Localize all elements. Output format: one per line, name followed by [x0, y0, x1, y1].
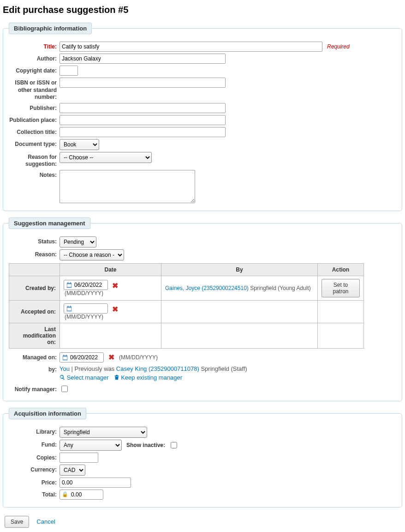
acquisition-fieldset: Acquisition information Library: Springf… [3, 408, 402, 508]
page-title: Edit purchase suggestion #5 [3, 5, 402, 15]
created-by-library: Springfield (Young Adult) [249, 285, 311, 291]
isbn-input[interactable] [60, 78, 226, 88]
title-required-text: Required [327, 43, 350, 50]
date-format-hint: (MM/DD/YYYY) [65, 290, 103, 296]
table-row-lastmod: Last modification on: [9, 323, 364, 348]
trash-icon [114, 374, 119, 379]
calendar-icon [66, 305, 72, 312]
lock-icon: 🔒 [62, 491, 68, 497]
library-select[interactable]: Springfield [60, 427, 147, 438]
total-readonly-wrap: 🔒 [60, 490, 103, 500]
notes-textarea[interactable] [60, 170, 195, 203]
calendar-icon [62, 354, 68, 361]
fund-label: Fund: [9, 440, 60, 449]
clear-date-icon[interactable]: ✖ [112, 305, 118, 313]
copyright-date-label: Copyright date: [9, 66, 60, 75]
date-format-hint: (MM/DD/YYYY) [65, 314, 103, 320]
table-col-action: Action [318, 263, 364, 276]
previous-manager-link[interactable]: Casey King (23529000711078) [116, 365, 199, 372]
author-input[interactable] [60, 54, 226, 64]
total-label: Total: [9, 490, 60, 499]
bibliographic-fieldset: Bibliographic information Title: Require… [3, 23, 402, 211]
currency-select[interactable]: CAD [60, 465, 85, 476]
created-date-input[interactable] [72, 282, 106, 288]
managed-on-label: Managed on: [9, 352, 60, 362]
reason-select[interactable]: -- Choose a reason -- [60, 249, 124, 260]
reason-label: Reason: [9, 249, 60, 259]
currency-label: Currency: [9, 465, 60, 474]
copyright-date-input[interactable] [60, 66, 78, 76]
managed-by-you-link[interactable]: You [60, 365, 70, 372]
created-by-patron-link[interactable]: Gaines, Joyce (23529000224510) [165, 285, 249, 291]
clear-date-icon[interactable]: ✖ [112, 282, 118, 290]
fund-select[interactable]: Any [60, 440, 122, 451]
notify-manager-label: Notify manager: [9, 384, 60, 393]
price-label: Price: [9, 478, 60, 487]
show-inactive-checkbox[interactable] [171, 442, 177, 448]
reason-for-suggestion-select[interactable]: -- Choose -- [60, 152, 152, 163]
collection-title-label: Collection title: [9, 127, 60, 136]
table-col-date: Date [60, 263, 161, 276]
created-by-label: Created by: [9, 276, 60, 300]
document-type-label: Document type: [9, 139, 60, 148]
accepted-date-picker[interactable] [64, 303, 108, 314]
accepted-date-input[interactable] [72, 305, 106, 312]
table-row-created: Created by: ✖ (MM/DD/YYYY) Gaines, Joyce… [9, 276, 364, 300]
copies-label: Copies: [9, 453, 60, 462]
table-row-accepted: Accepted on: ✖ (MM/DD/YYYY) [9, 300, 364, 323]
isbn-label: ISBN or ISSN or other standard number: [9, 78, 60, 101]
title-label: Title: [9, 42, 60, 51]
author-label: Author: [9, 54, 60, 63]
search-icon [60, 374, 65, 379]
suggestion-history-table: Date By Action Created by: ✖ (MM/DD/YYYY… [9, 263, 364, 349]
title-input[interactable] [60, 42, 322, 52]
suggestion-management-legend: Suggestion management [9, 218, 90, 229]
last-modification-label: Last modification on: [9, 323, 60, 348]
select-manager-link[interactable]: Select manager [60, 374, 110, 381]
managed-on-date-input[interactable] [68, 354, 101, 361]
managed-by-label: by: [9, 364, 60, 374]
previous-manager-library: Springfield (Staff) [199, 365, 247, 372]
reason-for-suggestion-label: Reason for suggestion: [9, 152, 60, 168]
publisher-label: Publisher: [9, 103, 60, 112]
publication-place-label: Publication place: [9, 115, 60, 124]
by-separator: | [70, 365, 75, 372]
date-format-hint: (MM/DD/YYYY) [119, 354, 158, 361]
total-input [69, 491, 96, 498]
save-button[interactable]: Save [5, 516, 29, 528]
status-select[interactable]: Pending [60, 236, 96, 248]
acquisition-legend: Acquisition information [9, 408, 86, 419]
cancel-link[interactable]: Cancel [36, 518, 55, 525]
table-col-by: By [161, 263, 318, 276]
copies-input[interactable] [60, 453, 98, 463]
set-to-patron-button[interactable]: Set to patron [322, 279, 360, 297]
collection-title-input[interactable] [60, 127, 226, 137]
suggestion-management-fieldset: Suggestion management Status: Pending Re… [3, 218, 402, 401]
bibliographic-legend: Bibliographic information [9, 23, 92, 34]
managed-on-date-picker[interactable] [60, 352, 104, 363]
clear-date-icon[interactable]: ✖ [108, 354, 114, 361]
show-inactive-label: Show inactive: [126, 442, 165, 448]
previously-was-text: Previously was [75, 365, 116, 372]
status-label: Status: [9, 236, 60, 246]
publisher-input[interactable] [60, 103, 226, 113]
keep-existing-manager-link[interactable]: Keep existing manager [114, 374, 183, 381]
price-input[interactable] [60, 478, 131, 488]
notify-manager-checkbox[interactable] [61, 386, 68, 392]
document-type-select[interactable]: Book [60, 139, 99, 150]
accepted-on-label: Accepted on: [9, 300, 60, 323]
library-label: Library: [9, 427, 60, 436]
created-date-picker[interactable] [64, 280, 108, 290]
publication-place-input[interactable] [60, 115, 226, 125]
notes-label: Notes: [9, 170, 60, 179]
calendar-icon [66, 282, 72, 288]
